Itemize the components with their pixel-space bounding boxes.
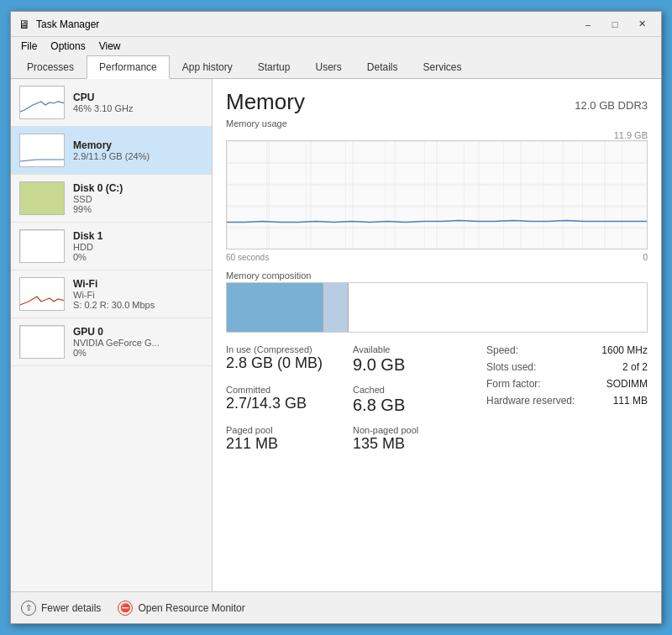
hw-value: 111 MB [613, 395, 648, 407]
cpu-label: CPU [73, 92, 203, 103]
speed-label: Speed: [486, 344, 518, 356]
tab-performance[interactable]: Performance [87, 55, 170, 79]
gpu-sub1: NVIDIA GeForce G... [73, 338, 203, 348]
sidebar-item-gpu[interactable]: GPU 0 NVIDIA GeForce G... 0% [11, 318, 212, 366]
svg-rect-3 [20, 230, 65, 263]
wifi-sub1: Wi-Fi [73, 290, 203, 300]
comp-cached [323, 283, 349, 332]
left-stats: In use (Compressed) 2.8 GB (0 MB) Availa… [226, 344, 466, 454]
tab-details[interactable]: Details [354, 55, 411, 79]
stats-grid: In use (Compressed) 2.8 GB (0 MB) Availa… [226, 344, 466, 454]
gpu-sub2: 0% [73, 348, 203, 358]
menu-options[interactable]: Options [44, 39, 92, 54]
footer: ⇧ Fewer details ⛔ Open Resource Monitor [11, 591, 661, 623]
sidebar-item-cpu[interactable]: CPU 46% 3.10 GHz [11, 79, 212, 127]
memory-sub: 2.9/11.9 GB (24%) [73, 151, 203, 161]
cached-label: Cached [353, 385, 466, 395]
sidebar-item-memory[interactable]: Memory 2.9/11.9 GB (24%) [11, 127, 212, 175]
right-stats: Speed: 1600 MHz Slots used: 2 of 2 Form … [480, 344, 648, 454]
time-start: 60 seconds [226, 253, 269, 262]
close-button[interactable]: ✕ [629, 16, 654, 33]
svg-rect-1 [20, 134, 65, 167]
stats-section: In use (Compressed) 2.8 GB (0 MB) Availa… [226, 344, 648, 454]
time-end: 0 [643, 253, 648, 262]
memory-label: Memory [73, 139, 203, 151]
content-area: CPU 46% 3.10 GHz Memory 2.9/11.9 GB (24%… [11, 79, 661, 591]
open-resource-monitor-button[interactable]: ⛔ Open Resource Monitor [118, 601, 244, 616]
form-row: Form factor: SODIMM [486, 378, 648, 390]
wifi-info: Wi-Fi Wi-Fi S: 0.2 R: 30.0 Mbps [73, 278, 203, 310]
menu-view[interactable]: View [92, 39, 128, 54]
task-manager-window: 🖥 Task Manager – □ ✕ File Options View P… [10, 11, 662, 624]
sidebar-item-disk1[interactable]: Disk 1 HDD 0% [11, 223, 212, 270]
tab-users[interactable]: Users [302, 55, 354, 79]
slots-value: 2 of 2 [622, 361, 648, 373]
disk0-sub2: 99% [73, 204, 203, 214]
tab-bar: Processes Performance App history Startu… [11, 55, 661, 79]
stat-available: Available 9.0 GB [353, 344, 466, 375]
comp-in-use [227, 283, 323, 332]
disk1-label: Disk 1 [73, 230, 203, 242]
open-monitor-label: Open Resource Monitor [138, 602, 244, 614]
disk0-info: Disk 0 (C:) SSD 99% [73, 182, 203, 214]
stat-paged: Paged pool 211 MB [226, 425, 339, 454]
in-use-value: 2.8 GB (0 MB) [226, 354, 339, 373]
disk1-sub2: 0% [73, 252, 203, 262]
disk0-thumbnail [19, 181, 65, 215]
sidebar: CPU 46% 3.10 GHz Memory 2.9/11.9 GB (24%… [11, 79, 213, 591]
chart-time-row: 60 seconds 0 [226, 253, 648, 262]
window-title: Task Manager [36, 18, 575, 30]
in-use-label: In use (Compressed) [226, 344, 339, 354]
app-icon: 🖥 [18, 18, 31, 31]
disk1-thumbnail [19, 229, 65, 263]
form-label: Form factor: [486, 378, 541, 390]
cpu-thumbnail [19, 86, 65, 119]
menu-file[interactable]: File [14, 39, 44, 54]
paged-value: 211 MB [226, 435, 339, 454]
maximize-button[interactable]: □ [602, 16, 627, 33]
wifi-thumbnail [19, 277, 65, 311]
svg-rect-2 [20, 182, 65, 215]
composition-label: Memory composition [226, 270, 648, 281]
main-header: Memory 12.0 GB DDR3 [226, 89, 648, 115]
tab-services[interactable]: Services [411, 55, 475, 79]
hw-label: Hardware reserved: [486, 395, 575, 407]
hw-row: Hardware reserved: 111 MB [486, 395, 648, 407]
nonpaged-label: Non-paged pool [353, 425, 466, 435]
disk1-info: Disk 1 HDD 0% [73, 230, 203, 262]
available-label: Available [353, 344, 466, 354]
sidebar-item-disk0[interactable]: Disk 0 (C:) SSD 99% [11, 175, 212, 223]
memory-info: Memory 2.9/11.9 GB (24%) [73, 139, 203, 161]
committed-label: Committed [226, 385, 339, 395]
committed-value: 2.7/14.3 GB [226, 395, 339, 413]
gpu-label: GPU 0 [73, 326, 203, 338]
paged-label: Paged pool [226, 425, 339, 435]
cached-value: 6.8 GB [353, 395, 466, 415]
tab-processes[interactable]: Processes [14, 55, 87, 79]
fewer-details-button[interactable]: ⇧ Fewer details [21, 601, 101, 616]
svg-rect-5 [20, 326, 65, 359]
stat-committed: Committed 2.7/14.3 GB [226, 385, 339, 415]
comp-available [349, 283, 647, 332]
window-controls: – □ ✕ [575, 16, 654, 33]
gpu-thumbnail [19, 325, 65, 359]
main-panel: Memory 12.0 GB DDR3 Memory usage 11.9 GB [213, 79, 661, 591]
minimize-button[interactable]: – [575, 16, 601, 33]
tab-app-history[interactable]: App history [170, 55, 245, 79]
stat-nonpaged: Non-paged pool 135 MB [353, 425, 466, 454]
available-value: 9.0 GB [353, 354, 466, 375]
sidebar-item-wifi[interactable]: Wi-Fi Wi-Fi S: 0.2 R: 30.0 Mbps [11, 270, 212, 318]
resource-monitor-icon: ⛔ [118, 601, 133, 616]
cpu-info: CPU 46% 3.10 GHz [73, 92, 203, 113]
title-bar: 🖥 Task Manager – □ ✕ [11, 12, 661, 37]
main-spec: 12.0 GB DDR3 [575, 99, 648, 112]
memory-usage-chart [226, 140, 648, 249]
disk0-sub1: SSD [73, 194, 203, 204]
memory-composition-chart [226, 282, 648, 333]
cpu-sub: 46% 3.10 GHz [73, 103, 203, 113]
form-value: SODIMM [606, 378, 648, 390]
speed-value: 1600 MHz [601, 344, 648, 356]
slots-label: Slots used: [486, 361, 536, 373]
tab-startup[interactable]: Startup [245, 55, 303, 79]
stat-cached: Cached 6.8 GB [353, 385, 466, 415]
